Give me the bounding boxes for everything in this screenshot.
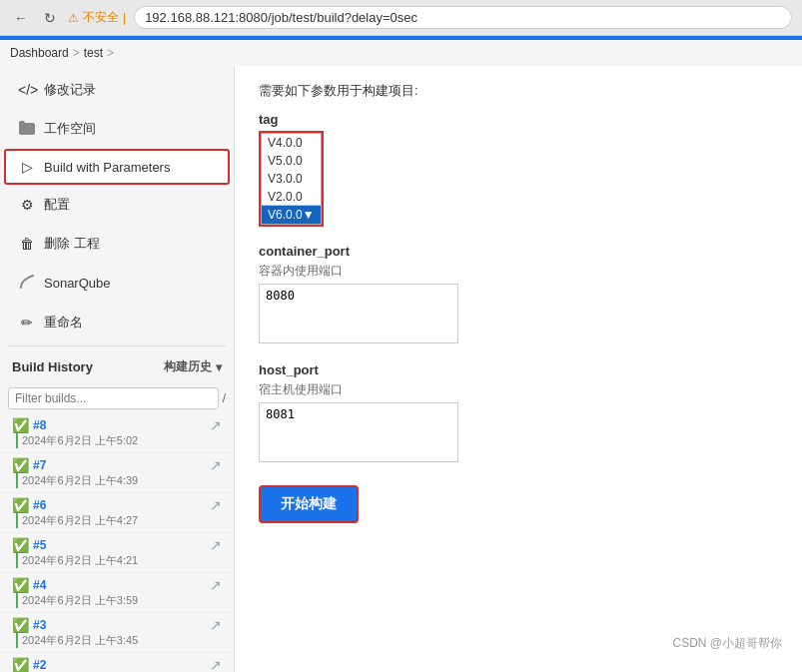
security-text: 不安全 — [83, 9, 119, 26]
build-history-title: Build History — [12, 359, 93, 374]
sidebar-label-build-with-parameters: Build with Parameters — [44, 160, 170, 175]
build-status-success-icon-4: ✅ — [12, 577, 29, 593]
tag-option-v2[interactable]: V2.0.0 — [262, 188, 321, 206]
url-host: 192.168.88.121 — [145, 10, 235, 25]
filter-slash: / — [223, 391, 226, 405]
tag-selected-bar: V6.0.0 ▼ — [262, 206, 321, 224]
start-build-button[interactable]: 开始构建 — [259, 485, 359, 523]
sidebar-item-删除工程[interactable]: 🗑 删除 工程 — [4, 225, 230, 263]
sidebar-label-sonarqube: SonarQube — [44, 276, 111, 291]
build-item-7[interactable]: ✅ #7 ↗ 2024年6月2日 上午4:39 — [0, 453, 234, 493]
sidebar-divider — [8, 345, 226, 346]
build-num-5: #5 — [33, 538, 46, 552]
separator: | — [123, 11, 126, 25]
build-item-3[interactable]: ✅ #3 ↗ 2024年6月2日 上午3:45 — [0, 613, 234, 653]
build-num-3: #3 — [33, 618, 46, 632]
breadcrumb-dashboard[interactable]: Dashboard — [10, 46, 69, 60]
build-history-header: Build History 构建历史 ▾ — [0, 350, 234, 383]
security-indicator: ⚠ 不安全 | — [68, 9, 126, 26]
build-num-6: #6 — [33, 498, 46, 512]
build-status-success-icon-7: ✅ — [12, 457, 29, 473]
tag-option-v4[interactable]: V4.0.0 — [262, 134, 321, 152]
tag-scroll-btn[interactable]: ▼ — [303, 208, 315, 222]
tag-option-v5[interactable]: V5.0.0 — [262, 152, 321, 170]
pencil-icon: ✏ — [18, 315, 36, 331]
build-arrow-7: ↗ — [210, 457, 222, 473]
build-time-8: 2024年6月2日 上午5:02 — [16, 433, 222, 448]
build-item-2[interactable]: ✅ #2 ↗ — [0, 653, 234, 672]
sidebar-item-修改记录[interactable]: </> 修改记录 — [4, 71, 230, 109]
build-arrow-6: ↗ — [210, 497, 222, 513]
folder-icon — [18, 121, 36, 138]
tag-select-list[interactable]: V4.0.0 V5.0.0 V3.0.0 V2.0.0 — [262, 134, 321, 206]
build-time-7: 2024年6月2日 上午4:39 — [16, 473, 222, 488]
chevron-down-icon: ▾ — [216, 360, 222, 374]
filter-row: / — [0, 383, 234, 413]
sidebar-item-配置[interactable]: ⚙ 配置 — [4, 186, 230, 224]
reload-button[interactable]: ↻ — [40, 8, 60, 28]
breadcrumb: Dashboard > test > — [0, 40, 802, 66]
play-icon: ▷ — [18, 159, 36, 175]
param-section-tag: tag V4.0.0 V5.0.0 V3.0.0 V2.0.0 V6.0.0 ▼ — [259, 112, 778, 228]
build-time-5: 2024年6月2日 上午4:21 — [16, 553, 222, 568]
build-item-5[interactable]: ✅ #5 ↗ 2024年6月2日 上午4:21 — [0, 533, 234, 573]
build-status-success-icon-3: ✅ — [12, 617, 29, 633]
content-header: 需要如下参数用于构建项目: — [259, 82, 778, 100]
build-history-cn-text: 构建历史 — [164, 358, 212, 375]
build-status-success-icon-2: ✅ — [12, 657, 29, 672]
url-port: :8080 — [236, 10, 269, 25]
build-item-6[interactable]: ✅ #6 ↗ 2024年6月2日 上午4:27 — [0, 493, 234, 533]
build-num-4: #4 — [33, 578, 46, 592]
build-history-cn: 构建历史 ▾ — [164, 358, 222, 375]
build-arrow-4: ↗ — [210, 577, 222, 593]
sidebar-label-删除工程: 删除 工程 — [44, 235, 100, 253]
sidebar-item-工作空间[interactable]: 工作空间 — [4, 110, 230, 148]
build-arrow-3: ↗ — [210, 617, 222, 633]
container-port-label: container_port — [259, 244, 778, 259]
tag-option-v3[interactable]: V3.0.0 — [262, 170, 321, 188]
tag-label: tag — [259, 112, 778, 127]
build-item-4[interactable]: ✅ #4 ↗ 2024年6月2日 上午3:59 — [0, 573, 234, 613]
build-status-success-icon-5: ✅ — [12, 537, 29, 553]
build-status-success-icon-6: ✅ — [12, 497, 29, 513]
container-port-input[interactable]: 8080 — [259, 284, 458, 343]
build-arrow-5: ↗ — [210, 537, 222, 553]
param-section-container-port: container_port 容器内使用端口 8080 — [259, 244, 778, 346]
breadcrumb-sep1: > — [73, 46, 80, 60]
host-port-label: host_port — [259, 362, 778, 377]
sonar-icon — [18, 274, 36, 293]
build-arrow-8: ↗ — [210, 417, 222, 433]
sidebar-label-修改记录: 修改记录 — [44, 81, 96, 99]
browser-chrome: ← ↻ ⚠ 不安全 | 192.168.88.121:8080/job/test… — [0, 0, 802, 36]
sidebar-item-重命名[interactable]: ✏ 重命名 — [4, 304, 230, 341]
build-arrow-2: ↗ — [210, 657, 222, 672]
container-port-desc: 容器内使用端口 — [259, 263, 778, 280]
build-item-8[interactable]: ✅ #8 ↗ 2024年6月2日 上午5:02 — [0, 413, 234, 453]
filter-builds-input[interactable] — [8, 387, 219, 409]
content-area: 需要如下参数用于构建项目: tag V4.0.0 V5.0.0 V3.0.0 V… — [235, 66, 802, 672]
breadcrumb-sep2: > — [107, 46, 114, 60]
host-port-input[interactable]: 8081 — [259, 402, 458, 462]
url-path: /job/test/build?delay=0sec — [268, 10, 417, 25]
sidebar-label-工作空间: 工作空间 — [44, 120, 96, 138]
url-bar[interactable]: 192.168.88.121:8080/job/test/build?delay… — [134, 6, 792, 29]
tag-select-wrapper: V4.0.0 V5.0.0 V3.0.0 V2.0.0 V6.0.0 ▼ — [259, 131, 324, 227]
sidebar: </> 修改记录 工作空间 ▷ Build with Parameters ⚙ … — [0, 66, 235, 672]
build-btn-wrapper: 开始构建 — [259, 485, 778, 523]
build-time-6: 2024年6月2日 上午4:27 — [16, 513, 222, 528]
gear-icon: ⚙ — [18, 197, 36, 213]
host-port-desc: 宿主机使用端口 — [259, 381, 778, 398]
back-button[interactable]: ← — [10, 8, 32, 28]
tag-select-inner: V4.0.0 V5.0.0 V3.0.0 V2.0.0 V6.0.0 ▼ — [261, 133, 322, 225]
warning-icon: ⚠ — [68, 11, 79, 25]
build-time-3: 2024年6月2日 上午3:45 — [16, 633, 222, 648]
main-layout: </> 修改记录 工作空间 ▷ Build with Parameters ⚙ … — [0, 66, 802, 672]
sidebar-label-配置: 配置 — [44, 196, 70, 214]
sidebar-item-build-with-parameters[interactable]: ▷ Build with Parameters — [4, 149, 230, 185]
trash-icon: 🗑 — [18, 236, 36, 252]
breadcrumb-test[interactable]: test — [84, 46, 103, 60]
build-num-2: #2 — [33, 658, 46, 672]
param-section-host-port: host_port 宿主机使用端口 8081 — [259, 362, 778, 465]
sidebar-item-sonarqube[interactable]: SonarQube — [4, 264, 230, 303]
sidebar-label-重命名: 重命名 — [44, 314, 83, 332]
